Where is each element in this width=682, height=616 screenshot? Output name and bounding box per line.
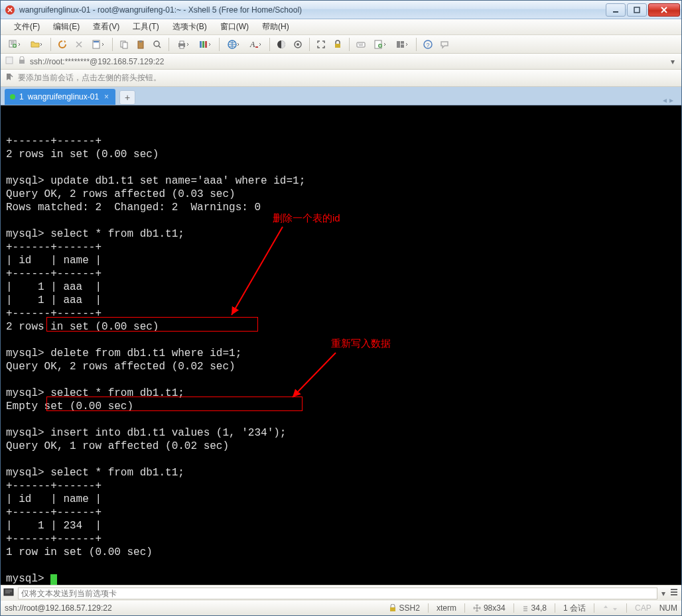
lock-button[interactable] bbox=[330, 37, 345, 52]
svg-rect-28 bbox=[401, 41, 404, 44]
send-menu-icon[interactable] bbox=[669, 587, 679, 599]
find-button[interactable] bbox=[150, 37, 165, 52]
size-icon bbox=[473, 604, 481, 612]
svg-rect-32 bbox=[6, 57, 13, 64]
bookmark-icon[interactable] bbox=[5, 72, 14, 84]
svg-point-22 bbox=[297, 43, 299, 46]
svg-rect-33 bbox=[19, 60, 25, 64]
window-title: wangruifenglinux-01 - root@wangruifeng-0… bbox=[19, 5, 604, 15]
maximize-button[interactable] bbox=[627, 3, 647, 17]
font-button[interactable]: A bbox=[245, 37, 265, 52]
hint-text: 要添加当前会话，点击左侧的箭头按钮。 bbox=[18, 72, 161, 84]
lock-icon bbox=[389, 604, 397, 612]
address-text[interactable]: ssh://root:********@192.168.57.129:22 bbox=[30, 57, 664, 66]
send-dropdown[interactable]: ▾ bbox=[661, 589, 665, 598]
svg-text:A: A bbox=[249, 40, 255, 49]
svg-point-11 bbox=[154, 41, 159, 46]
tab-prev-icon[interactable]: ◂ bbox=[663, 95, 667, 105]
status-term: xterm bbox=[437, 603, 456, 613]
status-protocol: SSH2 bbox=[389, 603, 420, 613]
go-icon[interactable] bbox=[5, 56, 14, 67]
help-button[interactable]: ? bbox=[421, 37, 435, 52]
keyboard-button[interactable] bbox=[354, 37, 368, 52]
send-icon[interactable] bbox=[3, 587, 14, 599]
svg-rect-17 bbox=[205, 41, 207, 48]
svg-rect-14 bbox=[180, 46, 184, 48]
status-cap: CAP bbox=[635, 603, 651, 613]
menu-tools[interactable]: 工具(T) bbox=[126, 20, 165, 34]
minimize-button[interactable] bbox=[606, 3, 626, 17]
status-arrows bbox=[602, 604, 618, 612]
toolbar-separator bbox=[219, 38, 220, 51]
properties-button[interactable] bbox=[88, 37, 108, 52]
terminal-output: +------+------+ 2 rows in set (0.00 sec)… bbox=[6, 135, 676, 585]
reconnect-button[interactable] bbox=[55, 37, 70, 52]
tab-index: 1 bbox=[19, 92, 24, 101]
tab-bar: 1 wangruifenglinux-01 × + ◂ ▸ bbox=[1, 87, 681, 105]
titlebar: wangruifenglinux-01 - root@wangruifeng-0… bbox=[1, 1, 681, 19]
svg-rect-13 bbox=[180, 41, 184, 44]
chat-button[interactable] bbox=[437, 37, 452, 52]
lock-icon bbox=[18, 56, 26, 66]
menu-file[interactable]: 文件(F) bbox=[7, 20, 46, 34]
svg-rect-15 bbox=[200, 41, 202, 48]
svg-rect-16 bbox=[202, 41, 204, 48]
svg-rect-1 bbox=[613, 11, 618, 13]
status-bar: ssh://root@192.168.57.129:22 SSH2 xterm … bbox=[1, 601, 681, 615]
status-num: NUM bbox=[659, 603, 677, 613]
tab-name: wangruifenglinux-01 bbox=[28, 92, 99, 101]
print-button[interactable] bbox=[173, 37, 193, 52]
toolbar-separator bbox=[50, 38, 51, 51]
encoding-button[interactable] bbox=[224, 37, 243, 52]
address-bar: ssh://root:********@192.168.57.129:22 ▾ bbox=[1, 54, 681, 70]
toolbar-separator bbox=[169, 38, 169, 51]
tab-next-icon[interactable]: ▸ bbox=[669, 95, 673, 105]
menu-help[interactable]: 帮助(H) bbox=[255, 20, 296, 34]
toolbar-separator bbox=[309, 38, 310, 51]
hint-bar: 要添加当前会话，点击左侧的箭头按钮。 bbox=[1, 70, 681, 87]
svg-rect-8 bbox=[123, 42, 127, 48]
toolbar-separator bbox=[349, 38, 350, 51]
status-sessions: 1 会话 bbox=[563, 603, 586, 614]
toolbar-separator bbox=[269, 38, 270, 51]
send-input[interactable] bbox=[18, 587, 657, 599]
svg-rect-23 bbox=[335, 44, 340, 48]
highlight-button[interactable] bbox=[291, 37, 305, 52]
open-session-button[interactable] bbox=[27, 37, 46, 52]
toolbar-separator bbox=[112, 38, 113, 51]
menu-tabs[interactable]: 选项卡(B) bbox=[166, 20, 214, 34]
svg-rect-6 bbox=[94, 41, 99, 42]
close-button[interactable] bbox=[648, 3, 680, 17]
svg-rect-37 bbox=[390, 607, 395, 611]
send-bar: ▾ bbox=[1, 585, 681, 601]
copy-button[interactable] bbox=[117, 37, 131, 52]
status-size: 98x34 bbox=[473, 603, 506, 613]
menu-view[interactable]: 查看(V) bbox=[86, 20, 126, 34]
script-button[interactable] bbox=[370, 37, 390, 52]
tools-button[interactable] bbox=[195, 37, 215, 52]
toolbar-separator bbox=[416, 38, 417, 51]
address-dropdown[interactable]: ▾ bbox=[668, 57, 677, 66]
new-session-button[interactable] bbox=[5, 37, 25, 52]
fullscreen-button[interactable] bbox=[314, 37, 328, 52]
svg-rect-10 bbox=[139, 40, 142, 42]
pos-icon bbox=[522, 604, 529, 612]
svg-text:?: ? bbox=[427, 42, 430, 48]
toolbar: A ? bbox=[1, 35, 681, 54]
svg-rect-27 bbox=[397, 41, 400, 48]
paste-button[interactable] bbox=[133, 37, 148, 52]
status-pos: 34,8 bbox=[522, 603, 547, 613]
color-scheme-button[interactable] bbox=[274, 37, 289, 52]
menubar: 文件(F) 编辑(E) 查看(V) 工具(T) 选项卡(B) 窗口(W) 帮助(… bbox=[1, 19, 681, 35]
svg-rect-2 bbox=[634, 7, 640, 13]
disconnect-button[interactable] bbox=[72, 37, 86, 52]
menu-window[interactable]: 窗口(W) bbox=[214, 20, 255, 34]
menu-edit[interactable]: 编辑(E) bbox=[46, 20, 86, 34]
app-icon bbox=[5, 5, 15, 15]
terminal[interactable]: +------+------+ 2 rows in set (0.00 sec)… bbox=[1, 105, 681, 585]
session-tab[interactable]: 1 wangruifenglinux-01 × bbox=[5, 89, 115, 105]
new-tab-button[interactable]: + bbox=[119, 90, 135, 105]
layout-button[interactable] bbox=[392, 37, 412, 52]
tab-close-icon[interactable]: × bbox=[103, 92, 110, 101]
status-connection: ssh://root@192.168.57.129:22 bbox=[5, 603, 112, 613]
